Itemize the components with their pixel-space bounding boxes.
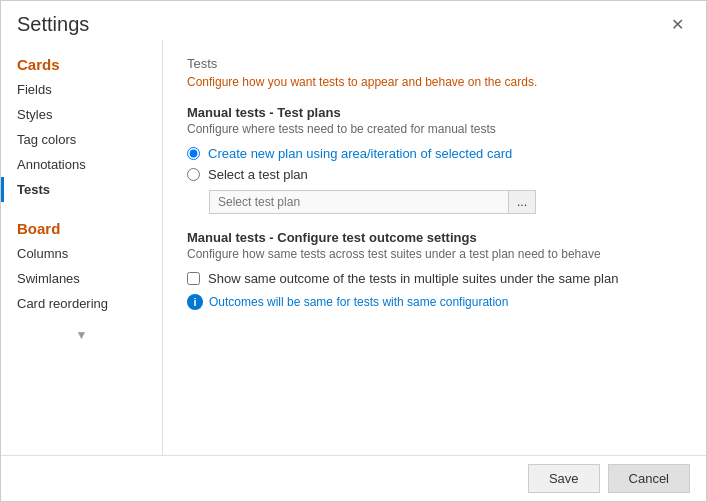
manual-tests-desc: Configure where tests need to be created… <box>187 122 682 136</box>
section-description: Configure how you want tests to appear a… <box>187 75 682 89</box>
radio-group-test-plans: Create new plan using area/iteration of … <box>187 146 682 182</box>
sidebar-item-columns[interactable]: Columns <box>1 241 162 266</box>
dialog-body: Cards Fields Styles Tag colors Annotatio… <box>1 40 706 455</box>
dialog-footer: Save Cancel <box>1 455 706 501</box>
cancel-button[interactable]: Cancel <box>608 464 690 493</box>
sidebar-section-board: Board <box>1 212 162 241</box>
sidebar-item-swimlanes[interactable]: Swimlanes <box>1 266 162 291</box>
test-plan-input[interactable] <box>209 190 509 214</box>
outcome-desc: Configure how same tests across test sui… <box>187 247 682 261</box>
radio-select-plan-input[interactable] <box>187 168 200 181</box>
sidebar-item-styles[interactable]: Styles <box>1 102 162 127</box>
radio-create-plan-input[interactable] <box>187 147 200 160</box>
title-bar: Settings ✕ <box>1 1 706 40</box>
outcome-section: Manual tests - Configure test outcome se… <box>187 230 682 310</box>
sidebar-item-annotations[interactable]: Annotations <box>1 152 162 177</box>
outcome-checkbox[interactable] <box>187 272 200 285</box>
section-title: Tests <box>187 56 682 71</box>
close-button[interactable]: ✕ <box>665 13 690 36</box>
radio-option-select-plan[interactable]: Select a test plan <box>187 167 682 182</box>
sidebar-item-tests[interactable]: Tests <box>1 177 162 202</box>
radio-option-create-plan[interactable]: Create new plan using area/iteration of … <box>187 146 682 161</box>
save-button[interactable]: Save <box>528 464 600 493</box>
sidebar-item-tag-colors[interactable]: Tag colors <box>1 127 162 152</box>
outcome-checkbox-label: Show same outcome of the tests in multip… <box>208 271 618 286</box>
sidebar-section-cards: Cards <box>1 48 162 77</box>
manual-tests-title: Manual tests - Test plans <box>187 105 682 120</box>
dialog-title: Settings <box>17 13 89 36</box>
settings-dialog: Settings ✕ Cards Fields Styles Tag color… <box>0 0 707 502</box>
sidebar: Cards Fields Styles Tag colors Annotatio… <box>1 40 163 455</box>
scroll-down-icon[interactable]: ▼ <box>76 328 88 342</box>
info-icon: i <box>187 294 203 310</box>
test-plan-input-row: ... <box>209 190 682 214</box>
checkbox-row-outcome[interactable]: Show same outcome of the tests in multip… <box>187 271 682 286</box>
outcome-title: Manual tests - Configure test outcome se… <box>187 230 682 245</box>
radio-create-plan-label: Create new plan using area/iteration of … <box>208 146 512 161</box>
radio-select-plan-label: Select a test plan <box>208 167 308 182</box>
info-text: Outcomes will be same for tests with sam… <box>209 295 508 309</box>
test-plan-browse-button[interactable]: ... <box>509 190 536 214</box>
main-content: Tests Configure how you want tests to ap… <box>163 40 706 455</box>
sidebar-item-fields[interactable]: Fields <box>1 77 162 102</box>
sidebar-item-card-reordering[interactable]: Card reordering <box>1 291 162 316</box>
info-row: i Outcomes will be same for tests with s… <box>187 294 682 310</box>
